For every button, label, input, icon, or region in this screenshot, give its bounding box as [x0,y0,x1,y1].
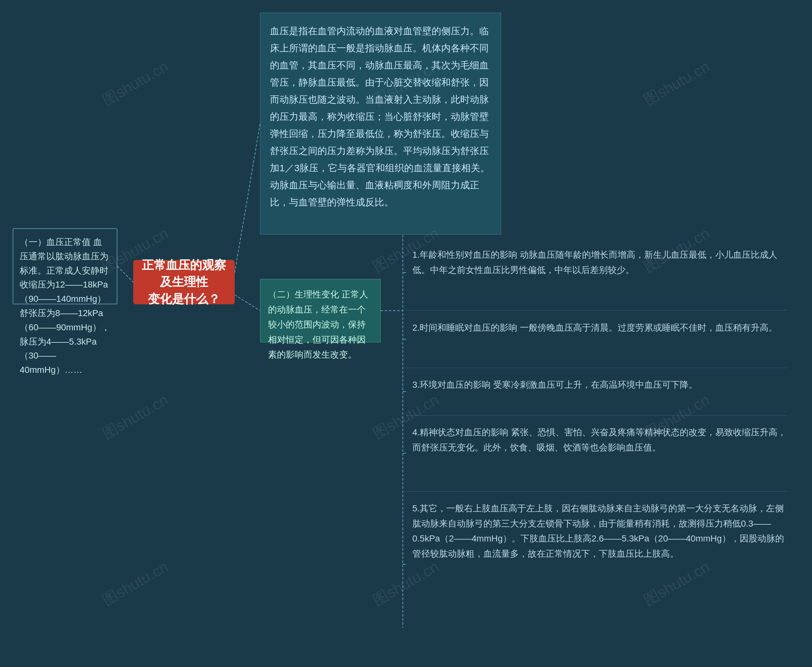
right-info-2-text: 2.时间和睡眠对血压的影响 一般傍晚血压高于清晨。过度劳累或睡眠不佳时，血压稍有… [412,323,777,333]
mind-map-container: （一）血压正常值 血压通常以肱动脉血压为标准。正常成人安静时收缩压为12——18… [0,0,812,667]
top-right-description-box: 血压是指在血管内流动的血液对血管壁的侧压力。临床上所谓的血压一般是指动脉血压。机… [260,13,501,235]
right-info-1-text: 1.年龄和性别对血压的影响 动脉血压随年龄的增长而增高，新生儿血压最低，小儿血压… [412,250,777,275]
right-info-time-sleep: 2.时间和睡眠对血压的影响 一般傍晚血压高于清晨。过度劳累或睡眠不佳时，血压稍有… [406,314,793,365]
divider-2 [406,368,787,368]
right-info-other: 5.其它，一般右上肢血压高于左上肢，因右侧肱动脉来自主动脉弓的第一大分支无名动脉… [406,494,793,634]
divider-3 [406,415,787,416]
mid-right-physiological-box: （二）生理性变化 正常人的动脉血压，经常在一个较小的范围内波动，保持相对恒定，但… [260,279,381,342]
left-node-text: （一）血压正常值 血压通常以肱动脉血压为标准。正常成人安静时收缩压为12——18… [20,237,110,375]
right-info-mental-state: 4.精神状态对血压的影响 紧张、恐惧、害怕、兴奋及疼痛等精神状态的改变，易致收缩… [406,418,793,488]
central-node: 正常血压的观察及生理性 变化是什么？ [133,260,235,304]
right-info-environment: 3.环境对血压的影响 受寒冷刺激血压可上升，在高温环境中血压可下降。 [406,371,793,412]
right-info-3-text: 3.环境对血压的影响 受寒冷刺激血压可上升，在高温环境中血压可下降。 [412,380,697,390]
right-info-5-text: 5.其它，一般右上肢血压高于左上肢，因右侧肱动脉来自主动脉弓的第一大分支无名动脉… [412,503,784,559]
divider-4 [406,491,787,492]
svg-line-1 [235,124,260,273]
mid-right-text: （二）生理性变化 正常人的动脉血压，经常在一个较小的范围内波动，保持相对恒定，但… [268,289,368,360]
right-info-age-sex: 1.年龄和性别对血压的影响 动脉血压随年龄的增长而增高，新生儿血压最低，小儿血压… [406,241,793,307]
divider-1 [406,310,787,310]
svg-line-8 [235,295,260,311]
top-right-text: 血压是指在血管内流动的血液对血管壁的侧压力。临床上所谓的血压一般是指动脉血压。机… [270,26,490,207]
central-node-label: 正常血压的观察及生理性 变化是什么？ [138,257,230,307]
svg-line-0 [117,266,133,282]
right-info-4-text: 4.精神状态对血压的影响 紧张、恐惧、害怕、兴奋及疼痛等精神状态的改变，易致收缩… [412,427,786,452]
left-node: （一）血压正常值 血压通常以肱动脉血压为标准。正常成人安静时收缩压为12——18… [13,228,117,304]
